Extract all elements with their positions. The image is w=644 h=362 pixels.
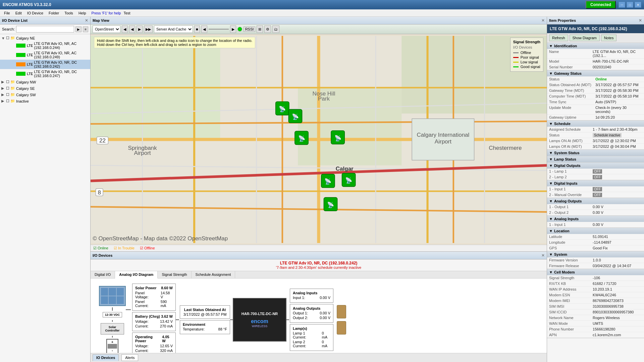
map-cache-select[interactable]: Server And Cache <box>154 25 193 33</box>
menu-file[interactable]: File <box>1 10 13 16</box>
map-grid-btn[interactable]: ⊞ <box>257 25 263 33</box>
tab-bottom-io-devices[interactable]: IO Devices <box>93 354 119 361</box>
device-242[interactable]: LTE LTE GTW Adv IO, NR, DC (192.168.0.24… <box>0 60 90 69</box>
checkbox-nw[interactable]: ☐ <box>6 80 9 84</box>
menu-tools[interactable]: Tools <box>62 10 76 16</box>
lamp-indicator-1 <box>337 305 346 318</box>
tab-schedule-assignment[interactable]: Schedule Assignment <box>192 271 235 278</box>
section-header-location[interactable]: ▼ Location <box>547 228 644 234</box>
device-249[interactable]: LTE LTE GTW Adv IO, NR, AC (192.168.0.24… <box>0 50 90 60</box>
section-gateway-status: ▼ Gateway Status StatusOnline Status Obt… <box>547 70 644 121</box>
tab-bottom-alerts[interactable]: Alerts <box>121 354 138 361</box>
menu-help[interactable]: Help <box>76 10 89 16</box>
map-layers-btn[interactable]: 🗂 <box>272 25 279 33</box>
svg-text:© OpenStreetMap - Map data ©20: © OpenStreetMap - Map data ©2022 OpenStr… <box>93 235 228 242</box>
checkbox-inactive[interactable]: ☐ <box>6 99 9 103</box>
group-header-calgary-nw[interactable]: ▶ ☐ 📁 Calgary NW <box>0 79 90 85</box>
group-header-calgary-ne[interactable]: ▼ ☐ 📁 Calgary NE <box>0 35 90 41</box>
folder-icon-sw: 📁 <box>10 93 15 97</box>
prop-lamp1: 1 - Lamp 1OFF <box>547 169 644 174</box>
prop-lamp1-value: OFF <box>591 169 644 174</box>
group-calgary-ne: ▼ ☐ 📁 Calgary NE LTE LTE GTW Adv IO, NR,… <box>0 35 90 79</box>
title-bar: ENCOM ATMOS V3.3.32.0 Connected ─ □ ✕ <box>0 0 644 9</box>
map-right-btn[interactable]: ▶▶ <box>144 25 153 33</box>
menu-test[interactable]: Test <box>121 10 133 16</box>
folder-icon-nw: 📁 <box>10 80 15 84</box>
analog-output-2-row: Output 2: 0.00 V <box>293 316 330 320</box>
prop-wan-ip: WAN IP Address10.203.19.1 <box>547 287 644 292</box>
prop-time-sync: Time SyncAuto (SNTP) <box>547 99 644 105</box>
map-sq3-btn[interactable]: ▶ <box>230 25 236 33</box>
notes-btn[interactable]: Notes <box>601 35 617 41</box>
section-header-identification[interactable]: ▼ Identification <box>547 43 644 49</box>
map-toolbar: OpenStreet ◀ ◀ ▶ ▶▶ Server And Cache ■ ◀… <box>91 24 547 34</box>
menu-edit[interactable]: Edit <box>13 10 24 16</box>
identification-table: NameLTE GTW Adv IO, NR, DC (192.1... Mod… <box>547 49 644 70</box>
svg-text:📡: 📡 <box>334 135 342 142</box>
temperature-row: Temperature: 88 °F <box>183 327 227 331</box>
prop-status-value: Online <box>593 76 644 82</box>
map-settings-btn[interactable]: ⚙ <box>264 25 271 33</box>
map-left-btn[interactable]: ◀ <box>129 25 135 33</box>
section-header-digital-inputs[interactable]: ▼ Digital Inputs <box>547 180 644 186</box>
connected-badge[interactable]: Connected <box>586 1 616 9</box>
search-forward-btn[interactable]: ▶ <box>75 26 82 32</box>
lamps-box: Lamp(s) Lamp 1 Current: 0 mA Lamp 2 Curr… <box>290 324 333 351</box>
svg-text:8: 8 <box>98 189 101 196</box>
status-green-249 <box>16 53 25 57</box>
section-system: ▼ System Firmware Version1.0.0 Firmware … <box>547 251 644 269</box>
section-header-analog-inputs[interactable]: ▼ Analog Inputs <box>547 216 644 222</box>
map-play-btn[interactable]: ▶ <box>137 25 143 33</box>
checkbox-sw[interactable]: ☐ <box>6 93 9 97</box>
legend-label-low: Low signal <box>521 60 538 64</box>
checkbox-ne[interactable]: ☐ <box>6 36 9 40</box>
menu-folder[interactable]: Folder <box>46 10 62 16</box>
map-sq1-btn[interactable]: ■ <box>194 25 200 33</box>
search-menu-btn[interactable]: ≡ <box>83 26 88 32</box>
show-diagram-btn[interactable]: Show Diagram <box>570 35 600 41</box>
folder-icon-se: 📁 <box>10 86 15 90</box>
group-header-calgary-sw[interactable]: ▶ ☐ 📁 Calgary SW <box>0 92 90 98</box>
device-244[interactable]: LTE LTE GTW Adv IO, NR, AC (192.168.0.24… <box>0 41 90 50</box>
map-panel-title: Map View <box>93 18 109 22</box>
section-header-schedule[interactable]: ▼ Schedule <box>547 121 644 127</box>
map-container[interactable]: Calgary International Airport Nose Hill … <box>91 34 547 245</box>
prop-firmware-release-value: 03/04/2022 @ 14:34:07 <box>591 263 644 269</box>
maximize-btn[interactable]: □ <box>627 2 633 8</box>
section-header-lamp-status[interactable]: ▼ Lamp Status <box>547 156 644 162</box>
battery-voltage-label: Voltage: <box>135 319 149 323</box>
section-header-cell-modem[interactable]: ▼ Cell Modem <box>547 269 644 275</box>
io-panel-header: I/O Devices ✕ <box>91 252 547 259</box>
battery-label: Battery (Chrg) <box>135 314 160 318</box>
device-247[interactable]: LTE LTE GTW Adv IO, NR, DC (192.168.0.24… <box>0 69 90 78</box>
menu-io-device[interactable]: IO Device <box>24 10 46 16</box>
tab-analog-io-diagram[interactable]: Analog I/O Diagram <box>115 271 158 279</box>
section-header-system-status[interactable]: ▼ System Status <box>547 150 644 156</box>
status-trouble-check: ☑ In Trouble <box>114 246 135 250</box>
section-header-digital-outputs[interactable]: ▼ Digital Outputs <box>547 163 644 169</box>
left-panel-close[interactable]: ✕ <box>85 18 88 23</box>
section-header-system[interactable]: ▼ System <box>547 251 644 257</box>
battery-box: Battery (Chrg) 3.62 W Voltage: 13.42 V C… <box>132 312 176 331</box>
refresh-btn[interactable]: Refresh <box>549 35 568 41</box>
right-panel-close[interactable]: ✕ <box>639 18 642 23</box>
prop-schedule-status: StatusSchedule inactive <box>547 132 644 138</box>
section-header-gateway-status[interactable]: ▼ Gateway Status <box>547 70 644 76</box>
map-type-select[interactable]: OpenStreet <box>93 25 120 33</box>
tab-digital-io[interactable]: Digital I/O <box>91 271 115 278</box>
io-panel-close[interactable]: ✕ <box>541 253 545 258</box>
close-btn[interactable]: ✕ <box>635 2 641 8</box>
checkbox-se[interactable]: ☐ <box>6 86 9 90</box>
map-panel-header: Map View ✕ <box>91 17 547 24</box>
search-input[interactable] <box>16 26 74 33</box>
op-voltage-label: Voltage: <box>135 344 149 348</box>
tab-signal-strength[interactable]: Signal Strength <box>158 271 191 278</box>
map-sq2-btn[interactable]: ◀ <box>201 25 207 33</box>
map-back-btn[interactable]: ◀ <box>122 25 128 33</box>
section-header-analog-outputs[interactable]: ▼ Analog Outputs <box>547 198 644 204</box>
group-calgary-nw: ▶ ☐ 📁 Calgary NW <box>0 79 90 85</box>
map-panel-close[interactable]: ✕ <box>541 18 545 23</box>
group-header-inactive[interactable]: ▶ ☐ 📁 Inactive <box>0 98 90 104</box>
minimize-btn[interactable]: ─ <box>619 2 625 8</box>
group-header-calgary-se[interactable]: ▶ ☐ 📁 Calgary SE <box>0 85 90 91</box>
